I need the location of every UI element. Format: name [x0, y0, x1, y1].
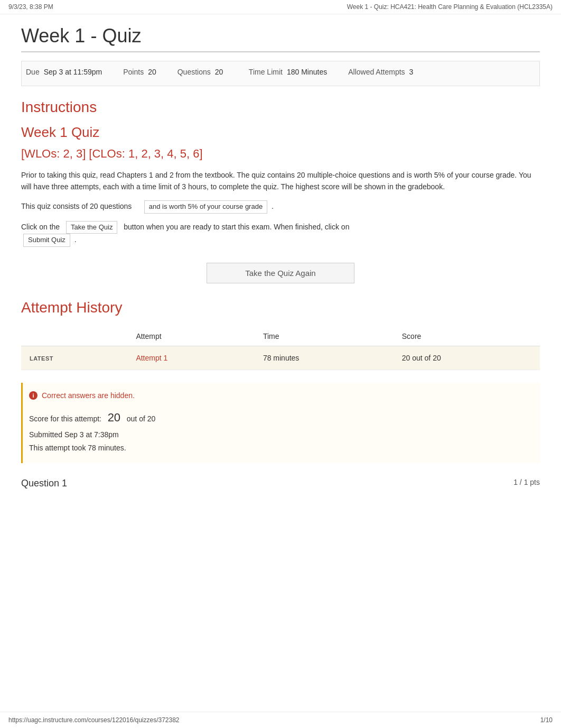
info-icon: i [29, 391, 38, 400]
attempt-time-text: This attempt took 78 minutes. [29, 441, 534, 455]
instructions-inline: This quiz consists of 20 questions and i… [21, 200, 540, 214]
wlo-heading: [WLOs: 2, 3] [CLOs: 1, 2, 3, 4, 5, 6] [21, 147, 540, 161]
due-label: Due [26, 68, 40, 76]
allowed-attempts-label: Allowed Attempts [348, 68, 405, 76]
correct-answers-text: Correct answers are hidden. [42, 391, 135, 400]
inline-text-1: This quiz consists of 20 questions [21, 202, 132, 210]
instructions-heading: Instructions [21, 99, 540, 116]
score-number: 20 [108, 411, 120, 424]
table-row: LATEST Attempt 1 78 minutes 20 out of 20 [21, 346, 540, 370]
submit-quiz-label: Submit Quiz [23, 234, 70, 247]
score-details: Score for this attempt: 20 out of 20 Sub… [29, 407, 534, 455]
quiz-sub-heading: Week 1 Quiz [21, 124, 540, 141]
allowed-attempts-value: 3 [409, 68, 414, 76]
question-label: Question 1 [21, 478, 67, 489]
attempt-1-link[interactable]: Attempt 1 [136, 354, 167, 362]
instructions-click: Click on the Take the Quiz button when y… [21, 221, 540, 247]
top-bar-title: Week 1 - Quiz: HCA421: Health Care Plann… [347, 3, 553, 11]
due-value: Sep 3 at 11:59pm [44, 68, 102, 76]
latest-badge: LATEST [21, 346, 127, 370]
inline-period: . [272, 202, 274, 210]
score-out-of: out of 20 [127, 414, 156, 423]
correct-answers-notice: i Correct answers are hidden. [29, 391, 534, 400]
col-time: Time [255, 327, 394, 346]
col-attempt: Attempt [127, 327, 255, 346]
col-score: Score [394, 327, 540, 346]
attempt-link-cell: Attempt 1 [127, 346, 255, 370]
attempt-score-cell: 20 out of 20 [394, 346, 540, 370]
col-badge [21, 327, 127, 346]
meta-info: Due Sep 3 at 11:59pm Points 20 Questions… [21, 61, 540, 86]
question-section: Question 1 1 / 1 pts [21, 478, 540, 489]
take-quiz-inline-label: Take the Quiz [66, 221, 118, 234]
instructions-body: Prior to taking this quiz, read Chapters… [21, 169, 540, 193]
question-points: 1 / 1 pts [513, 478, 540, 486]
time-limit-value: 180 Minutes [287, 68, 327, 76]
questions-label: Questions [177, 68, 211, 76]
submitted-text: Submitted Sep 3 at 7:38pm [29, 428, 534, 441]
score-for-attempt: Score for this attempt: 20 out of 20 [29, 407, 534, 428]
score-section: i Correct answers are hidden. Score for … [21, 383, 540, 463]
click-text-pre: Click on the [21, 223, 60, 231]
click-text-post: button when you are ready to start this … [124, 223, 349, 231]
points-label: Points [123, 68, 144, 76]
attempt-time-cell: 78 minutes [255, 346, 394, 370]
score-label: Score for this attempt: [29, 414, 101, 423]
inline-box-1: and is worth 5% of your course grade [144, 200, 267, 214]
time-limit-label: Time Limit [249, 68, 283, 76]
questions-value: 20 [215, 68, 223, 76]
attempt-history-table: Attempt Time Score LATEST Attempt 1 78 m… [21, 327, 540, 370]
top-bar: 9/3/23, 8:38 PM Week 1 - Quiz: HCA421: H… [0, 0, 561, 14]
page-title: Week 1 - Quiz [21, 25, 540, 52]
top-bar-timestamp: 9/3/23, 8:38 PM [8, 3, 53, 11]
points-value: 20 [148, 68, 156, 76]
submit-period: . [74, 235, 77, 244]
take-quiz-again-button[interactable]: Take the Quiz Again [207, 263, 354, 283]
main-content: Week 1 - Quiz Due Sep 3 at 11:59pm Point… [0, 14, 561, 510]
attempt-history-heading: Attempt History [21, 299, 540, 316]
